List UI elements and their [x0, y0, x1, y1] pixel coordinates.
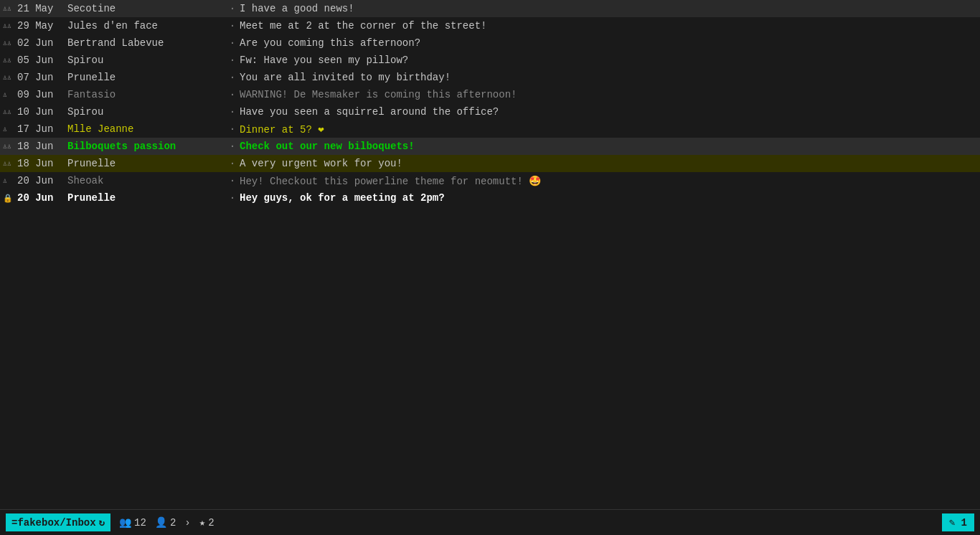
email-subject: Meet me at 2 at the corner of the street…: [240, 20, 977, 32]
email-bullet: ·: [225, 72, 240, 83]
email-icon: ♙♙: [3, 56, 17, 65]
email-date: 17 Jun: [17, 123, 67, 135]
email-row[interactable]: ♙♙07 JunPrunelle·You are all invited to …: [0, 69, 980, 86]
single-count: 2: [170, 517, 176, 529]
single-icon: 👤: [155, 516, 167, 529]
email-icon: ♙♙: [3, 39, 17, 47]
email-date: 10 Jun: [17, 106, 67, 118]
email-subject: Fw: Have you seen my pillow?: [240, 55, 977, 66]
email-bullet: ·: [225, 141, 240, 152]
email-subject: I have a good news!: [240, 3, 977, 14]
email-sender: Secotine: [67, 3, 225, 14]
email-bullet: ·: [225, 175, 240, 186]
email-date: 02 Jun: [17, 37, 67, 49]
email-sender: Prunelle: [67, 158, 225, 169]
email-icon: ♙♙: [3, 108, 17, 116]
email-sender: Prunelle: [67, 192, 225, 204]
email-sender: Spirou: [67, 55, 225, 66]
email-icon: ♙♙: [3, 159, 17, 168]
email-date: 09 Jun: [17, 89, 67, 100]
refresh-icon[interactable]: ↻: [99, 516, 105, 529]
email-icon: ♙: [3, 176, 17, 185]
email-bullet: ·: [225, 158, 240, 169]
email-subject: WARNING! De Mesmaker is coming this afte…: [240, 89, 977, 100]
email-bullet: ·: [225, 37, 240, 49]
statusbar: =fakebox/Inbox ↻ 👥 12 👤 2 › ★ 2 ✎ 1: [0, 509, 980, 535]
email-icon: ♙♙: [3, 73, 17, 82]
email-row[interactable]: ♙♙29 MayJules d'en face·Meet me at 2 at …: [0, 17, 980, 34]
email-icon: ♙♙: [3, 142, 17, 151]
group-icon: 👥: [119, 516, 131, 529]
email-bullet: ·: [225, 55, 240, 66]
email-row[interactable]: ♙♙18 JunPrunelle·A very urgent work for …: [0, 155, 980, 172]
email-icon: ♙: [3, 90, 17, 99]
email-subject: Check out our new bilboquets!: [240, 141, 977, 152]
email-sender: Sheoak: [67, 175, 225, 186]
email-date: 18 Jun: [17, 141, 67, 152]
email-subject: You are all invited to my birthday!: [240, 72, 977, 83]
email-date: 20 Jun: [17, 175, 67, 186]
email-sender: Spirou: [67, 106, 225, 118]
email-date: 21 May: [17, 3, 67, 14]
email-row[interactable]: ♙♙10 JunSpirou·Have you seen a squirrel …: [0, 103, 980, 120]
email-bullet: ·: [225, 192, 240, 204]
arrow-item: ›: [184, 517, 190, 529]
email-bullet: ·: [225, 3, 240, 14]
email-row[interactable]: ♙17 JunMlle Jeanne·Dinner at 5? ❤️: [0, 120, 980, 138]
email-bullet: ·: [225, 20, 240, 32]
email-bullet: ·: [225, 89, 240, 100]
star-count-item: ★ 2: [199, 516, 215, 529]
star-icon: ★: [199, 516, 205, 529]
email-icon: ♙♙: [3, 22, 17, 30]
email-subject: Hey guys, ok for a meeting at 2pm?: [240, 192, 977, 204]
email-date: 20 Jun: [17, 192, 67, 204]
email-list: ♙♙21 MaySecotine·I have a good news!♙♙29…: [0, 0, 980, 509]
email-sender: Fantasio: [67, 89, 225, 100]
email-row[interactable]: ♙♙21 MaySecotine·I have a good news!: [0, 0, 980, 17]
mailbox-label[interactable]: =fakebox/Inbox ↻: [6, 513, 110, 531]
email-subject: Hey! Checkout this powerline theme for n…: [240, 175, 977, 187]
email-row[interactable]: ♙♙05 JunSpirou·Fw: Have you seen my pill…: [0, 52, 980, 69]
email-icon: ♙♙: [3, 4, 17, 13]
email-sender: Jules d'en face: [67, 20, 225, 32]
mailbox-name: =fakebox/Inbox: [11, 517, 96, 529]
page-indicator: ✎ 1: [942, 513, 974, 531]
page-icon: ✎: [949, 517, 955, 529]
email-row[interactable]: ♙♙18 JunBilboquets passion·Check out our…: [0, 138, 980, 155]
arrow-icon: ›: [184, 517, 190, 529]
group-count: 12: [134, 517, 146, 529]
email-row[interactable]: ♙09 JunFantasio·WARNING! De Mesmaker is …: [0, 86, 980, 103]
email-subject: A very urgent work for you!: [240, 158, 977, 169]
email-sender: Bilboquets passion: [67, 141, 225, 152]
email-date: 18 Jun: [17, 158, 67, 169]
email-row[interactable]: ♙♙02 JunBertrand Labevue·Are you coming …: [0, 34, 980, 52]
email-icon: 🔒: [3, 194, 17, 203]
email-subject: Dinner at 5? ❤️: [240, 123, 977, 136]
email-date: 07 Jun: [17, 72, 67, 83]
email-bullet: ·: [225, 106, 240, 118]
email-row[interactable]: ♙20 JunSheoak·Hey! Checkout this powerli…: [0, 172, 980, 189]
email-icon: ♙: [3, 125, 17, 133]
email-sender: Mlle Jeanne: [67, 123, 225, 135]
email-date: 05 Jun: [17, 55, 67, 66]
email-bullet: ·: [225, 123, 240, 135]
email-sender: Bertrand Labevue: [67, 37, 225, 49]
single-count-item: 👤 2: [155, 516, 176, 529]
group-count-item: 👥 12: [119, 516, 146, 529]
page-num: 1: [961, 517, 967, 529]
email-subject: Have you seen a squirrel around the offi…: [240, 106, 977, 118]
star-count: 2: [208, 517, 214, 529]
email-subject: Are you coming this afternoon?: [240, 37, 977, 49]
email-date: 29 May: [17, 20, 67, 32]
email-sender: Prunelle: [67, 72, 225, 83]
email-row[interactable]: 🔒20 JunPrunelle·Hey guys, ok for a meeti…: [0, 189, 980, 207]
